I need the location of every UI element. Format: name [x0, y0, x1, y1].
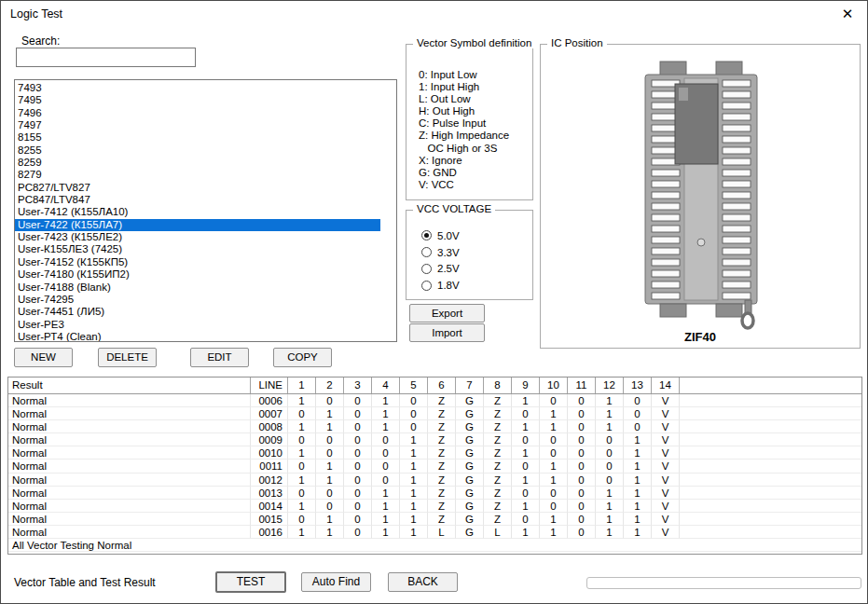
chip-list-item[interactable]: User-74451 (ЛИ5)	[15, 306, 396, 318]
table-row[interactable]: Normal000701010ZGZ01010V	[8, 407, 861, 420]
chip-list-item[interactable]: 8279	[15, 169, 396, 181]
value-cell: 0	[568, 513, 596, 526]
value-cell: 0	[624, 407, 652, 420]
value-cell: Z	[428, 513, 456, 526]
chip-list-item[interactable]: PC847/LTV847	[15, 194, 396, 206]
value-cell: 1	[288, 446, 316, 460]
value-cell: Z	[428, 446, 456, 460]
value-cell: 0	[344, 446, 372, 460]
column-header[interactable]: 2	[316, 378, 344, 393]
copy-button[interactable]: COPY	[273, 348, 332, 367]
chip-list-item[interactable]: 7495	[15, 94, 396, 106]
delete-button[interactable]: DELETE	[98, 348, 157, 367]
radio-icon	[421, 281, 432, 291]
socket-label: ZIF40	[541, 330, 860, 344]
value-cell: 1	[596, 487, 624, 500]
vector-symbol-line: X: Ignore	[419, 155, 509, 167]
progress-bar	[586, 577, 861, 589]
back-button[interactable]: BACK	[388, 572, 458, 592]
vcc-voltage-group-title: VCC VOLTAGE	[413, 203, 495, 214]
value-cell: G	[456, 394, 484, 407]
table-row[interactable]: Normal001501011ZGZ01011V	[8, 513, 861, 526]
value-cell: 0	[596, 474, 624, 487]
table-row[interactable]: Normal000900001ZGZ00001V	[8, 433, 861, 446]
value-cell: 0	[316, 433, 344, 446]
vector-symbol-line: C: Pulse Input	[419, 117, 509, 130]
chip-list-item[interactable]: User-К155ЛЕ3 (7425)	[15, 243, 396, 255]
vcc-option-1-8V[interactable]: 1.8V	[421, 277, 460, 294]
chip-list-item[interactable]: 7496	[15, 107, 396, 119]
column-header[interactable]: 8	[484, 378, 512, 393]
chip-list-item[interactable]: PC827/LTV827	[15, 182, 396, 194]
column-header[interactable]: 10	[540, 378, 568, 393]
column-header[interactable]: 3	[344, 378, 372, 393]
table-header-row: ResultLINE1234567891011121314	[8, 378, 861, 394]
vcc-option-2-5V[interactable]: 2.5V	[421, 261, 460, 278]
value-cell: Z	[428, 460, 456, 473]
column-header[interactable]: 4	[372, 378, 400, 393]
value-cell: 1	[316, 420, 344, 433]
column-header[interactable]: Result	[8, 378, 251, 393]
vcc-option-3-3V[interactable]: 3.3V	[421, 244, 460, 261]
import-button[interactable]: Import	[409, 323, 485, 342]
row-filler	[680, 394, 861, 407]
chip-list[interactable]: 74937495749674978155825582598279PC827/LT…	[14, 79, 397, 342]
chip-list-item[interactable]: User-7423 (К155ЛЕ2)	[15, 231, 396, 243]
column-header[interactable]: LINE	[251, 378, 288, 393]
vector-table[interactable]: ResultLINE1234567891011121314Normal00061…	[7, 377, 862, 555]
column-header[interactable]: 7	[456, 378, 484, 393]
ic-position-group: IC Position	[540, 44, 861, 349]
chip-list-item[interactable]: 8155	[15, 131, 396, 144]
chip-list-item[interactable]: User-74180 (К155ИП2)	[15, 268, 396, 281]
value-cell: 0	[344, 500, 372, 513]
column-header[interactable]: 14	[652, 378, 680, 393]
chip-list-item[interactable]: 8259	[15, 157, 396, 169]
value-cell: 1	[540, 420, 568, 433]
column-header[interactable]: 6	[428, 378, 456, 393]
result-cell: Normal	[8, 460, 251, 473]
value-cell: 1	[512, 446, 540, 460]
chip-list-item[interactable]: User-74188 (Blank)	[15, 281, 396, 294]
table-summary-row: All Vector Testing Normal	[8, 539, 861, 552]
row-filler	[680, 433, 861, 446]
table-row[interactable]: Normal001410011ZGZ10011V	[8, 500, 861, 513]
table-row[interactable]: Normal001010001ZGZ10001V	[8, 446, 861, 460]
test-button[interactable]: TEST	[215, 571, 286, 593]
chip-list-item[interactable]: User-РТ4 (Clean)	[15, 331, 396, 342]
edit-button[interactable]: EDIT	[190, 348, 249, 367]
chip-list-item[interactable]: 7493	[15, 82, 396, 94]
column-header[interactable]: 12	[596, 378, 624, 393]
column-header[interactable]: 9	[512, 378, 540, 393]
column-header[interactable]: 5	[400, 378, 428, 393]
chip-list-item[interactable]: 8255	[15, 144, 396, 157]
close-icon[interactable]: ✕	[837, 5, 858, 23]
vcc-option-label: 2.5V	[437, 263, 460, 274]
value-cell: 0	[512, 433, 540, 446]
export-button[interactable]: Export	[409, 304, 485, 323]
search-input[interactable]	[16, 48, 196, 67]
auto-find-button[interactable]: Auto Find	[301, 572, 371, 592]
value-cell: 0	[372, 433, 400, 446]
chip-list-item[interactable]: User-74295	[15, 294, 396, 306]
column-header[interactable]: 13	[624, 378, 652, 393]
chip-list-item[interactable]: 7497	[15, 119, 396, 131]
table-row[interactable]: Normal001101001ZGZ01001V	[8, 460, 861, 473]
table-row[interactable]: Normal000811010ZGZ11010V	[8, 420, 861, 433]
value-cell: 0	[344, 474, 372, 487]
table-row[interactable]: Normal001611011LGL11011V	[8, 526, 861, 539]
value-cell: L	[428, 526, 456, 539]
value-cell: G	[456, 433, 484, 446]
column-header[interactable]: 1	[288, 378, 316, 393]
chip-list-item[interactable]: User-7422 (К155ЛА7)	[15, 219, 380, 231]
chip-list-item[interactable]: User-74152 (К155КП5)	[15, 256, 396, 268]
chip-list-item[interactable]: User-7412 (К155ЛА10)	[15, 206, 396, 218]
chip-list-item[interactable]: User-РЕ3	[15, 319, 396, 331]
table-row[interactable]: Normal001300011ZGZ00011V	[8, 487, 861, 500]
vcc-option-5-0V[interactable]: 5.0V	[421, 227, 460, 244]
table-row[interactable]: Normal001211001ZGZ11001V	[8, 474, 861, 487]
new-button[interactable]: NEW	[14, 348, 73, 367]
column-header[interactable]: 11	[568, 378, 596, 393]
value-cell: 0	[344, 513, 372, 526]
value-cell: 1	[372, 420, 400, 433]
table-row[interactable]: Normal000610010ZGZ10010V	[8, 394, 861, 407]
